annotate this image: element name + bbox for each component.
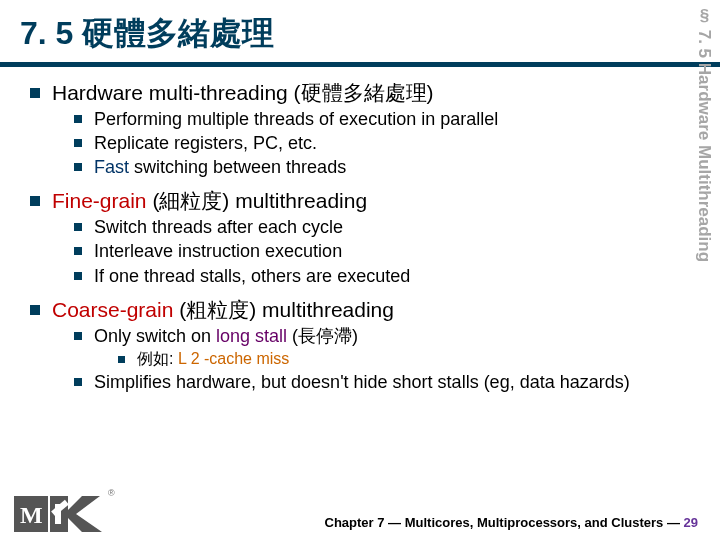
- text: If one thread stalls, others are execute…: [94, 266, 690, 287]
- text: (粗粒度) multithreading: [173, 298, 394, 321]
- bullet-icon: [30, 88, 40, 98]
- mk-logo-icon: M: [14, 496, 102, 532]
- bullet-icon: [30, 196, 40, 206]
- sub-item: Fast switching between threads: [74, 157, 690, 178]
- top-item-1: Hardware multi-threading (硬體多緒處理): [30, 81, 690, 106]
- text: Only switch on: [94, 326, 216, 346]
- sub-item: Switch threads after each cycle: [74, 217, 690, 238]
- page-number: 29: [684, 515, 698, 530]
- text: long stall: [216, 326, 287, 346]
- top-item-3: Coarse-grain (粗粒度) multithreading: [30, 298, 690, 323]
- text: Switch threads after each cycle: [94, 217, 690, 238]
- bullet-icon: [74, 115, 82, 123]
- svg-text:M: M: [20, 502, 43, 528]
- text: Interleave instruction execution: [94, 241, 690, 262]
- text: L 2 -cache miss: [178, 350, 289, 367]
- text: (硬體多緒處理): [288, 81, 434, 104]
- bullet-icon: [74, 247, 82, 255]
- text: Replicate registers, PC, etc.: [94, 133, 690, 154]
- footer-text: Chapter 7 — Multicores, Multiprocessors,…: [325, 515, 684, 530]
- registered-mark: ®: [108, 488, 115, 498]
- text: 例如:: [137, 350, 178, 367]
- text: Fast: [94, 157, 129, 177]
- text: switching between threads: [129, 157, 346, 177]
- sub-item: Performing multiple threads of execution…: [74, 109, 690, 130]
- bullet-icon: [74, 332, 82, 340]
- footer: Chapter 7 — Multicores, Multiprocessors,…: [325, 515, 699, 530]
- bullet-icon: [74, 163, 82, 171]
- title-block: 7. 5 硬體多緒處理: [0, 0, 720, 67]
- sub-item: Simplifies hardware, but doesn't hide sh…: [74, 372, 690, 393]
- text: Fine-grain: [52, 189, 147, 212]
- content: Hardware multi-threading (硬體多緒處理) Perfor…: [0, 67, 720, 393]
- slide-title: 7. 5 硬體多緒處理: [20, 12, 700, 56]
- text: Simplifies hardware, but doesn't hide sh…: [94, 372, 690, 393]
- bullet-icon: [118, 356, 125, 363]
- sub-item: Replicate registers, PC, etc.: [74, 133, 690, 154]
- bullet-icon: [74, 223, 82, 231]
- bullet-icon: [30, 305, 40, 315]
- sub-item: Interleave instruction execution: [74, 241, 690, 262]
- side-title: § 7. 5 Hardware Multithreading: [694, 6, 714, 262]
- sub-item: If one thread stalls, others are execute…: [74, 266, 690, 287]
- publisher-logo: M: [14, 496, 102, 532]
- bullet-icon: [74, 378, 82, 386]
- text: (長停滯): [287, 326, 358, 346]
- text: Hardware multi-threading: [52, 81, 288, 104]
- sub-sub-item: 例如: L 2 -cache miss: [118, 350, 690, 369]
- text: (細粒度) multithreading: [147, 189, 368, 212]
- sub-item: Only switch on long stall (長停滯): [74, 326, 690, 347]
- top-item-2: Fine-grain (細粒度) multithreading: [30, 189, 690, 214]
- text: Coarse-grain: [52, 298, 173, 321]
- bullet-icon: [74, 272, 82, 280]
- bullet-icon: [74, 139, 82, 147]
- text: Performing multiple threads of execution…: [94, 109, 690, 130]
